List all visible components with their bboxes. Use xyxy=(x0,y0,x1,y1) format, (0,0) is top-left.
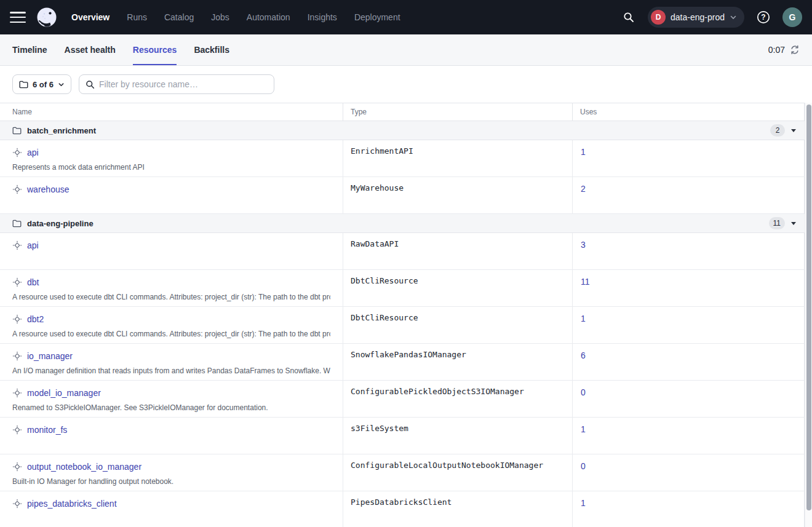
resource-description: A resource used to execute dbt CLI comma… xyxy=(12,330,330,338)
resource-icon xyxy=(12,314,22,324)
column-header-uses: Uses xyxy=(572,103,804,121)
resource-uses-link[interactable]: 0 xyxy=(581,387,586,397)
tab-timeline[interactable]: Timeline xyxy=(12,34,47,65)
group-filter-button[interactable]: 6 of 6 xyxy=(12,74,71,94)
resource-icon xyxy=(12,240,22,250)
nav-item-jobs[interactable]: Jobs xyxy=(211,12,229,22)
nav-item-deployment[interactable]: Deployment xyxy=(354,12,400,22)
filter-bar: 6 of 6 xyxy=(0,66,812,103)
group-count-badge: 2 xyxy=(770,124,785,137)
overview-tab-bar: TimelineAsset healthResourcesBackfills 0… xyxy=(0,34,812,66)
resource-type: DbtCliResource xyxy=(343,307,572,343)
resource-uses-link[interactable]: 0 xyxy=(581,461,586,471)
chevron-down-icon xyxy=(730,14,737,21)
resource-type: RawDataAPI xyxy=(343,233,572,269)
search-icon[interactable] xyxy=(618,7,639,28)
resources-table: Name Type Uses batch_enrichment 2 xyxy=(0,103,812,527)
resource-row: dbt2 A resource used to execute dbt CLI … xyxy=(0,307,805,344)
resource-description: An I/O manager definition that reads inp… xyxy=(12,367,330,375)
resource-name-link[interactable]: pipes_databricks_client xyxy=(27,499,117,509)
resource-icon xyxy=(12,351,22,361)
nav-item-insights[interactable]: Insights xyxy=(308,12,337,22)
resource-uses-link[interactable]: 1 xyxy=(581,147,586,157)
workspace-switcher[interactable]: D data-eng-prod xyxy=(648,7,744,28)
resource-row: monitor_fs s3FileSystem 1 xyxy=(0,418,805,454)
resource-uses-link[interactable]: 1 xyxy=(581,498,586,508)
resource-icon xyxy=(12,425,22,435)
resource-icon xyxy=(12,184,22,194)
resource-icon xyxy=(12,499,22,509)
resource-uses-link[interactable]: 1 xyxy=(581,314,586,323)
tabs: TimelineAsset healthResourcesBackfills xyxy=(12,34,247,65)
resource-row: output_notebook_io_manager Built-in IO M… xyxy=(0,454,805,491)
refresh-countdown: 0:07 xyxy=(768,45,785,55)
resource-row: model_io_manager Renamed to S3PickleIOMa… xyxy=(0,381,805,418)
resource-row: warehouse MyWarehouse 2 xyxy=(0,177,805,214)
column-header-name: Name xyxy=(0,103,343,121)
group-filter-label: 6 of 6 xyxy=(33,80,54,89)
resource-description: Renamed to S3PickleIOManager. See S3Pick… xyxy=(12,403,330,412)
group-count-badge: 11 xyxy=(769,217,785,229)
collapse-caret-icon[interactable] xyxy=(791,222,796,225)
resource-type: ConfigurablePickledObjectS3IOManager xyxy=(343,381,572,417)
hamburger-menu-icon[interactable] xyxy=(10,12,26,23)
collapse-caret-icon[interactable] xyxy=(791,129,796,132)
resource-description: Represents a mock data enrichment API xyxy=(12,163,330,172)
resource-name-link[interactable]: api xyxy=(27,148,39,157)
table-header-row: Name Type Uses xyxy=(0,103,805,121)
column-header-type: Type xyxy=(343,103,572,121)
nav-item-overview[interactable]: Overview xyxy=(71,12,109,22)
resource-uses-link[interactable]: 6 xyxy=(581,351,586,360)
resource-name-link[interactable]: monitor_fs xyxy=(27,425,67,435)
search-icon xyxy=(86,80,95,89)
resource-icon xyxy=(12,277,22,287)
vertical-scrollbar[interactable] xyxy=(805,103,812,527)
resource-type: PipesDatabricksClient xyxy=(343,491,572,527)
group-name: batch_enrichment xyxy=(27,126,96,135)
resource-type: EnrichmentAPI xyxy=(343,140,572,176)
chevron-down-icon xyxy=(58,81,65,88)
tab-backfills[interactable]: Backfills xyxy=(194,34,229,65)
resource-description: A resource used to execute dbt CLI comma… xyxy=(12,293,330,301)
resource-uses-link[interactable]: 2 xyxy=(581,184,586,194)
dagster-logo-icon[interactable] xyxy=(36,6,58,28)
resource-search-input[interactable] xyxy=(99,79,268,89)
scrollbar-thumb[interactable] xyxy=(806,105,811,510)
resource-type: s3FileSystem xyxy=(343,418,572,454)
resource-uses-link[interactable]: 11 xyxy=(581,277,590,287)
group-name: data-eng-pipeline xyxy=(27,219,94,228)
workspace-name: data-eng-prod xyxy=(671,12,725,22)
tab-asset-health[interactable]: Asset health xyxy=(65,34,116,65)
resource-name-link[interactable]: dbt2 xyxy=(27,314,44,324)
tab-resources[interactable]: Resources xyxy=(133,34,177,65)
resource-row: api RawDataAPI 3 xyxy=(0,233,805,270)
refresh-icon[interactable] xyxy=(790,45,800,55)
resource-group-row[interactable]: data-eng-pipeline 11 xyxy=(0,214,805,233)
nav-item-runs[interactable]: Runs xyxy=(127,12,147,22)
resource-name-link[interactable]: output_notebook_io_manager xyxy=(27,462,141,472)
nav-item-automation[interactable]: Automation xyxy=(247,12,290,22)
resource-name-link[interactable]: model_io_manager xyxy=(27,388,101,398)
resource-name-link[interactable]: api xyxy=(27,240,39,250)
folder-icon xyxy=(19,81,28,89)
resource-name-link[interactable]: dbt xyxy=(27,277,39,287)
resource-group-row[interactable]: batch_enrichment 2 xyxy=(0,121,805,140)
resource-icon xyxy=(12,462,22,472)
resource-uses-link[interactable]: 1 xyxy=(581,424,586,434)
resource-row: api Represents a mock data enrichment AP… xyxy=(0,140,805,177)
resource-uses-link[interactable]: 3 xyxy=(581,240,586,250)
help-icon[interactable]: ? xyxy=(753,7,774,28)
resource-name-link[interactable]: warehouse xyxy=(27,184,70,194)
resource-row: pipes_databricks_client PipesDatabricksC… xyxy=(0,491,805,527)
user-avatar[interactable]: G xyxy=(782,7,802,27)
resource-type: ConfigurableLocalOutputNotebookIOManager xyxy=(343,454,572,491)
svg-text:?: ? xyxy=(761,13,765,22)
folder-icon xyxy=(12,127,22,135)
resource-description: Built-in IO Manager for handling output … xyxy=(12,477,330,486)
resource-row: dbt A resource used to execute dbt CLI c… xyxy=(0,270,805,307)
resource-type: SnowflakePandasIOManager xyxy=(343,344,572,380)
workspace-initial-badge: D xyxy=(651,10,666,25)
resource-icon xyxy=(12,388,22,398)
nav-item-catalog[interactable]: Catalog xyxy=(164,12,194,22)
resource-name-link[interactable]: io_manager xyxy=(27,351,73,361)
